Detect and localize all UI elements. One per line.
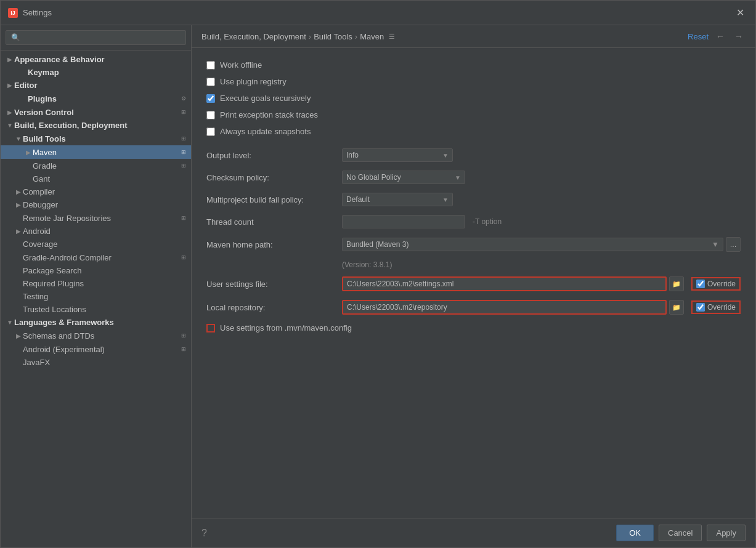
output-level-select[interactable]: Info ▼	[342, 148, 453, 162]
settings-content: Work offline Use plugin registry Execute…	[192, 48, 755, 518]
breadcrumb-item-build-exec: Build, Execution, Deployment	[201, 32, 306, 41]
sidebar-item-label: Required Plugins	[23, 279, 191, 288]
checksum-policy-value: No Global Policy	[346, 173, 401, 182]
sidebar-item-trusted-locations[interactable]: Trusted Locations	[1, 303, 191, 316]
checksum-policy-select[interactable]: No Global Policy ▼	[342, 171, 465, 184]
sidebar-item-label: Compiler	[23, 187, 191, 196]
sidebar-item-appearance[interactable]: ▶ Appearance & Behavior	[1, 53, 191, 66]
use-mvn-config-row: Use settings from .mvn/maven.config	[206, 323, 741, 332]
title-bar: IJ Settings ✕	[1, 1, 755, 25]
print-exception-checkbox[interactable]	[206, 111, 215, 119]
dropdown-arrow-icon: ▼	[455, 174, 461, 181]
sidebar-item-gradle-android[interactable]: Gradle-Android Compiler ⊞	[1, 251, 191, 264]
search-box	[1, 25, 191, 50]
local-repo-control: 📁 Override	[342, 300, 741, 315]
sidebar-item-label: Coverage	[23, 240, 191, 249]
sidebar-item-label: Schemas and DTDs	[23, 331, 179, 340]
sidebar-item-schemas-dtds[interactable]: ▶ Schemas and DTDs ⊞	[1, 329, 191, 342]
sidebar-item-plugins[interactable]: Plugins ⚙	[1, 92, 191, 105]
sidebar-item-build-tools[interactable]: ▼ Build Tools ⊞	[1, 132, 191, 145]
dialog-footer: ? OK Cancel Apply	[192, 518, 755, 547]
sidebar-item-android-experimental[interactable]: Android (Experimental) ⊞	[1, 342, 191, 356]
search-input[interactable]	[6, 30, 186, 45]
sidebar-item-label: Android (Experimental)	[23, 345, 179, 354]
always-update-checkbox[interactable]	[206, 127, 215, 136]
use-mvn-config-label: Use settings from .mvn/maven.config	[220, 323, 352, 332]
vc-icon: ⊞	[179, 107, 189, 117]
multiproject-policy-select[interactable]: Default ▼	[342, 193, 453, 206]
thread-count-input[interactable]	[342, 215, 465, 228]
sidebar-item-android[interactable]: ▶ Android	[1, 225, 191, 238]
sidebar-item-package-search[interactable]: Package Search	[1, 264, 191, 277]
sidebar-item-testing[interactable]: Testing	[1, 290, 191, 303]
dropdown-arrow-icon: ▼	[442, 196, 449, 203]
breadcrumb: Build, Execution, Deployment › Build Too…	[201, 32, 395, 41]
user-settings-row: User settings file: 📁 Override	[206, 276, 741, 291]
sidebar-item-build-exec[interactable]: ▼ Build, Execution, Deployment	[1, 119, 191, 132]
cancel-button[interactable]: Cancel	[659, 525, 702, 541]
schemas-icon: ⊞	[179, 331, 189, 340]
maven-home-input[interactable]: Bundled (Maven 3) ▼	[342, 238, 723, 251]
sidebar-item-keymap[interactable]: Keymap	[1, 66, 191, 79]
sidebar-item-remote-jar[interactable]: Remote Jar Repositories ⊞	[1, 211, 191, 225]
user-settings-override-checkbox[interactable]	[696, 280, 705, 288]
nav-forward-button[interactable]: →	[732, 30, 746, 42]
sidebar-item-maven[interactable]: ▶ Maven ⊞	[1, 145, 191, 159]
checksum-policy-label: Checksum policy:	[206, 173, 342, 182]
settings-dialog: IJ Settings ✕ ▶ Appearance & Behavior Ke…	[0, 0, 756, 548]
expand-arrow-icon: ▼	[14, 135, 23, 142]
use-plugin-registry-row: Use plugin registry	[206, 77, 741, 86]
work-offline-checkbox[interactable]	[206, 61, 215, 70]
local-repo-override-checkbox[interactable]	[696, 303, 705, 312]
sidebar-item-coverage[interactable]: Coverage	[1, 238, 191, 251]
sidebar: ▶ Appearance & Behavior Keymap ▶ Editor …	[1, 25, 192, 547]
close-button[interactable]: ✕	[733, 6, 748, 20]
sidebar-item-languages-frameworks[interactable]: ▼ Languages & Frameworks	[1, 316, 191, 329]
expand-arrow-icon: ▶	[6, 56, 14, 63]
sidebar-item-editor[interactable]: ▶ Editor	[1, 79, 191, 92]
expand-arrow-icon: ▶	[6, 82, 14, 89]
sidebar-item-debugger[interactable]: ▶ Debugger	[1, 198, 191, 211]
sidebar-item-label: Testing	[23, 292, 191, 301]
main-content: ▶ Appearance & Behavior Keymap ▶ Editor …	[1, 25, 755, 547]
ok-button[interactable]: OK	[616, 525, 654, 541]
sidebar-item-label: Gradle	[33, 161, 179, 171]
sidebar-item-javafx[interactable]: JavaFX	[1, 356, 191, 369]
sidebar-item-gradle[interactable]: Gradle ⊞	[1, 159, 191, 172]
gradle-icon: ⊞	[179, 161, 189, 171]
print-exception-row: Print exception stack traces	[206, 110, 741, 119]
local-repo-override: Override	[691, 300, 741, 314]
title-bar-left: IJ Settings	[8, 8, 52, 18]
reset-button[interactable]: Reset	[688, 32, 709, 41]
work-offline-row: Work offline	[206, 60, 741, 70]
checksum-policy-row: Checksum policy: No Global Policy ▼	[206, 171, 741, 184]
user-settings-browse-button[interactable]: 📁	[669, 276, 684, 291]
apply-button[interactable]: Apply	[707, 525, 746, 541]
multiproject-policy-row: Multiproject build fail policy: Default …	[206, 193, 741, 206]
maven-home-control: Bundled (Maven 3) ▼ …	[342, 237, 741, 252]
multiproject-policy-control: Default ▼	[342, 193, 741, 206]
always-update-label: Always update snapshots	[220, 127, 311, 136]
execute-goals-checkbox[interactable]	[206, 94, 215, 103]
help-icon[interactable]: ?	[201, 528, 207, 539]
nav-back-button[interactable]: ←	[713, 30, 727, 42]
local-repo-label: Local repository:	[206, 303, 342, 312]
sidebar-item-required-plugins[interactable]: Required Plugins	[1, 277, 191, 290]
breadcrumb-menu-icon: ☰	[389, 33, 395, 41]
local-repo-override-label: Override	[707, 303, 736, 312]
sidebar-item-compiler[interactable]: ▶ Compiler	[1, 185, 191, 198]
use-plugin-registry-checkbox[interactable]	[206, 78, 215, 86]
output-level-control: Info ▼	[342, 148, 741, 162]
local-repo-row: Local repository: 📁 Override	[206, 300, 741, 315]
user-settings-input[interactable]	[342, 276, 667, 291]
execute-goals-label: Execute goals recursively	[220, 94, 311, 103]
local-repo-browse-button[interactable]: 📁	[669, 300, 684, 315]
expand-arrow-icon: ▶	[24, 149, 33, 156]
sidebar-item-version-control[interactable]: ▶ Version Control ⊞	[1, 105, 191, 119]
expand-arrow-icon: ▶	[6, 109, 14, 116]
sidebar-item-label: Version Control	[14, 108, 179, 117]
sidebar-item-gant[interactable]: Gant	[1, 172, 191, 185]
sidebar-item-label: Languages & Frameworks	[14, 318, 191, 327]
local-repo-input[interactable]	[342, 300, 667, 315]
maven-home-browse-button[interactable]: …	[726, 237, 741, 252]
